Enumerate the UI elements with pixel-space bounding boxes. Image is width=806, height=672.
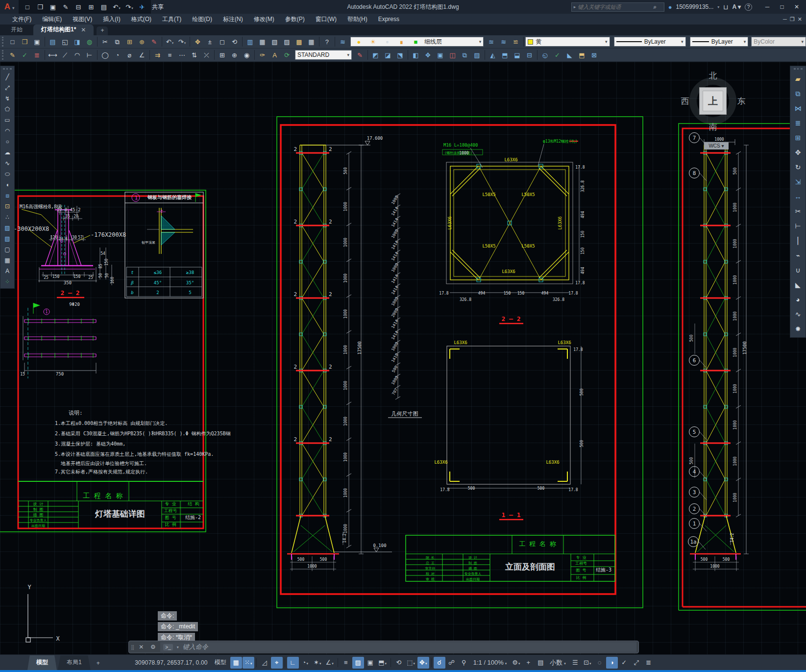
fillet-icon[interactable]: ◕ xyxy=(791,292,805,307)
dim-angular-icon[interactable]: ∠ xyxy=(136,50,148,61)
tab-start[interactable]: 开始 xyxy=(3,25,30,35)
design-center-icon[interactable]: ▦ xyxy=(256,36,269,48)
dim-quick-icon[interactable]: ⇉ xyxy=(151,50,164,61)
menu-item-express[interactable]: Express xyxy=(373,14,405,25)
dim-continue-icon[interactable]: ⋯ xyxy=(176,50,188,61)
lineweight-dropdown-caret-icon[interactable]: ▾ xyxy=(744,39,746,44)
viewcube-wcs-dropdown[interactable]: WCS ▾ xyxy=(704,142,729,149)
interference-check-icon[interactable]: ⊠ xyxy=(588,50,600,61)
new-layout-button[interactable]: + xyxy=(92,657,105,670)
quick-calc-icon[interactable]: ▦ xyxy=(305,36,318,48)
help-search-box[interactable]: ▸ ⌕ xyxy=(571,2,664,12)
doc-close-button[interactable]: ✕ xyxy=(798,16,802,23)
hardware-acceleration-toggle[interactable]: ◑ xyxy=(606,657,618,669)
tab-drawing-active[interactable]: 灯塔结构图1* ✕ xyxy=(33,25,94,35)
layer-control-dropdown[interactable]: ●☀▫∎■ 细线层 ▾ xyxy=(350,37,484,47)
slice-icon[interactable]: ◣ xyxy=(563,50,576,61)
object-snap-toggle[interactable]: ∠▾ xyxy=(324,657,336,669)
toolbar-grip-2[interactable] xyxy=(2,50,5,60)
offset-icon[interactable]: ≣ xyxy=(791,116,805,130)
delete-faces-icon[interactable]: ◫ xyxy=(446,50,459,61)
clean-screen-toggle[interactable]: ⤢ xyxy=(631,657,642,669)
zoom-realtime-icon[interactable]: ± xyxy=(204,36,216,48)
dimstyle-dropdown-caret-icon[interactable]: ▾ xyxy=(347,52,349,57)
tab-layout1[interactable]: 布局1 xyxy=(58,655,91,670)
units-control[interactable]: 小数 ▾ xyxy=(547,657,568,669)
paste-special-icon[interactable]: ⊕ xyxy=(136,36,148,48)
blend-curves-icon[interactable]: ∿ xyxy=(791,307,805,322)
color-faces-icon[interactable]: ▨ xyxy=(471,50,483,61)
line-icon[interactable]: ╱ xyxy=(0,72,14,82)
ellipse-icon[interactable]: ⬭ xyxy=(0,169,14,179)
color-control-dropdown[interactable]: 黄 ▾ xyxy=(525,37,610,47)
lock-ui-toggle[interactable]: ⊡▾ xyxy=(582,657,593,669)
command-dropdown-caret-icon[interactable]: ▾ xyxy=(177,645,179,649)
imprint-icon[interactable]: ⬒ xyxy=(499,50,511,61)
extrude-faces-icon[interactable]: ◧ xyxy=(410,50,422,61)
chamfer-icon[interactable]: ◣ xyxy=(791,277,805,292)
autodesk-a-icon[interactable]: A ▾ xyxy=(732,3,741,10)
dim-radius-icon[interactable]: ◯ xyxy=(99,50,111,61)
thicken-icon[interactable]: ⬒ xyxy=(576,50,588,61)
zoom-window-icon[interactable]: ◻ xyxy=(216,36,228,48)
mtext-edit-icon[interactable]: ✎ xyxy=(6,50,19,61)
palette-grip-right[interactable] xyxy=(794,68,803,70)
mirror-icon[interactable]: ⋈ xyxy=(791,101,805,116)
rectangle-icon[interactable]: ▭ xyxy=(0,115,14,125)
check-solids-icon[interactable]: ✓ xyxy=(551,50,563,61)
dim-inspect-icon[interactable]: ◉ xyxy=(241,50,253,61)
viewcube-top-label[interactable]: 上 xyxy=(703,91,723,111)
dim-style-manager-icon[interactable]: ✎ xyxy=(354,50,366,61)
dim-center-mark-icon[interactable]: ⊕ xyxy=(228,50,241,61)
layer-color-swatch-icon[interactable]: ■ xyxy=(410,36,422,48)
command-dock-grip[interactable]: ⣿ xyxy=(131,645,134,650)
arc-icon[interactable]: ◠ xyxy=(0,125,14,136)
grid-toggle[interactable]: ▦ xyxy=(230,657,242,669)
transparency-toggle[interactable]: ▨ xyxy=(352,657,364,669)
zoom-previous-icon[interactable]: ⟲ xyxy=(228,36,241,48)
layer-on-bulb-icon[interactable]: ● xyxy=(353,36,365,48)
sheet-right-partial[interactable] xyxy=(679,124,806,610)
annotation-visibility-toggle[interactable]: ☌ xyxy=(434,657,445,669)
spell-check-icon[interactable]: ✓ xyxy=(19,50,31,61)
save-icon[interactable]: ▣ xyxy=(31,36,43,48)
open-icon[interactable]: ❒ xyxy=(19,36,31,48)
match-properties-icon[interactable]: ✎ xyxy=(148,36,160,48)
user-dropdown-caret-icon[interactable]: ▾ xyxy=(717,5,719,9)
layer-translate-icon[interactable]: ≣ xyxy=(31,50,43,61)
circle-icon[interactable]: ○ xyxy=(0,136,14,147)
dim-edit-icon[interactable]: ✑ xyxy=(256,50,269,61)
table-icon[interactable]: ▦ xyxy=(0,255,14,266)
viewcube-east-label[interactable]: 东 xyxy=(737,96,746,107)
layer-previous-icon[interactable]: ≋ xyxy=(497,36,510,48)
new-drawing-tab-button[interactable]: + xyxy=(97,26,108,35)
ellipse-arc-icon[interactable]: ◖ xyxy=(0,179,14,190)
paste-icon[interactable]: ⊞ xyxy=(123,36,136,48)
copy-faces-icon[interactable]: ⧉ xyxy=(459,50,471,61)
plot-icon[interactable]: ▤ xyxy=(47,36,59,48)
palette-grip[interactable] xyxy=(3,68,12,70)
region-icon[interactable]: ▢ xyxy=(0,244,14,255)
menu-item-file[interactable]: 文件(F) xyxy=(7,14,37,25)
command-prompt-icon[interactable]: >_ xyxy=(163,644,172,650)
doc-restore-button[interactable]: ❐ xyxy=(790,16,795,23)
dynamic-ucs-toggle[interactable]: ⟲ xyxy=(393,657,405,669)
dim-jogged-icon[interactable]: ◔ xyxy=(111,50,123,61)
annotation-scale-control[interactable]: 1:1 / 100% ▾ xyxy=(470,657,510,669)
copy-edges-icon[interactable]: ◭ xyxy=(487,50,499,61)
close-button[interactable]: ✕ xyxy=(790,3,803,10)
dim-linear-icon[interactable]: ⟷ xyxy=(47,50,59,61)
tab-model[interactable]: 模型 xyxy=(27,655,57,670)
menu-item-modify[interactable]: 修改(M) xyxy=(248,14,280,25)
trim-icon[interactable]: ✂ xyxy=(791,204,805,219)
sheet-set-manager-icon[interactable]: ▨ xyxy=(281,36,293,48)
layer-unlock-icon[interactable]: ∎ xyxy=(395,36,408,48)
new-icon[interactable]: □ xyxy=(6,36,19,48)
annotation-scale-sync-toggle[interactable]: ⚲ xyxy=(458,657,470,669)
layer-states-manager-icon[interactable]: ≌ xyxy=(510,36,522,48)
save-to-web-mobile-icon[interactable]: ⊞ xyxy=(85,1,97,13)
dim-baseline-icon[interactable]: ≡ xyxy=(164,50,176,61)
insert-block-icon[interactable]: ⧈ xyxy=(0,190,14,201)
dim-ordinate-icon[interactable]: ⊢ xyxy=(83,50,96,61)
make-object-layer-current-icon[interactable]: ≊ xyxy=(485,36,497,48)
